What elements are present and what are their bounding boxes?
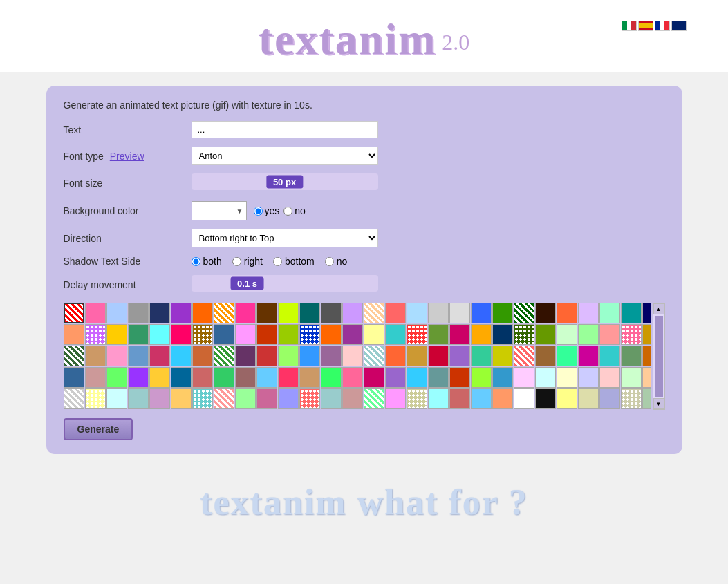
texture-cell[interactable]	[278, 346, 299, 366]
texture-cell[interactable]	[171, 303, 192, 323]
texture-cell[interactable]	[471, 388, 492, 409]
texture-cell[interactable]	[192, 346, 213, 366]
bg-yes-radio[interactable]	[254, 207, 263, 216]
bg-no-label[interactable]: no	[283, 205, 306, 216]
texture-cell[interactable]	[256, 346, 277, 366]
texture-cell[interactable]	[514, 367, 534, 388]
texture-cell[interactable]	[514, 346, 534, 366]
texture-cell[interactable]	[642, 303, 651, 323]
texture-cell[interactable]	[214, 388, 234, 409]
texture-cell[interactable]	[342, 367, 363, 388]
texture-cell[interactable]	[599, 303, 620, 323]
texture-cell[interactable]	[599, 367, 620, 388]
texture-cell[interactable]	[149, 388, 170, 409]
texture-cell[interactable]	[299, 367, 320, 388]
flag-spanish[interactable]	[638, 21, 653, 31]
texture-cell[interactable]	[256, 388, 277, 409]
texture-cell[interactable]	[342, 388, 363, 409]
texture-cell[interactable]	[149, 324, 170, 345]
color-picker-box[interactable]: ▼	[192, 201, 247, 220]
texture-cell[interactable]	[106, 346, 127, 366]
texture-cell[interactable]	[557, 324, 577, 345]
texture-cell[interactable]	[171, 367, 192, 388]
texture-cell[interactable]	[428, 367, 449, 388]
texture-cell[interactable]	[449, 303, 470, 323]
texture-cell[interactable]	[149, 367, 170, 388]
texture-cell[interactable]	[106, 303, 127, 323]
texture-cell[interactable]	[599, 346, 620, 366]
texture-cell[interactable]	[342, 303, 363, 323]
texture-cell[interactable]	[557, 303, 577, 323]
texture-cell[interactable]	[449, 388, 470, 409]
texture-cell[interactable]	[85, 303, 106, 323]
texture-cell[interactable]	[64, 388, 84, 409]
shadow-bottom-label[interactable]: bottom	[273, 256, 315, 267]
texture-cell[interactable]	[64, 324, 84, 345]
texture-cell[interactable]	[192, 388, 213, 409]
texture-cell[interactable]	[535, 367, 556, 388]
texture-cell[interactable]	[342, 346, 363, 366]
texture-cell[interactable]	[299, 303, 320, 323]
texture-cell[interactable]	[535, 388, 556, 409]
texture-cell[interactable]	[471, 367, 492, 388]
texture-cell[interactable]	[364, 346, 384, 366]
bg-yes-label[interactable]: yes	[254, 205, 280, 216]
texture-cell[interactable]	[364, 324, 384, 345]
texture-cell[interactable]	[557, 388, 577, 409]
texture-cell[interactable]	[364, 303, 384, 323]
texture-cell[interactable]	[385, 367, 406, 388]
scroll-down-btn[interactable]: ▼	[653, 398, 664, 409]
texture-scrollbar[interactable]: ▲ ▼	[653, 303, 665, 410]
texture-cell[interactable]	[171, 324, 192, 345]
shadow-no-radio[interactable]	[325, 257, 334, 266]
shadow-bottom-radio[interactable]	[273, 257, 282, 266]
texture-cell[interactable]	[278, 303, 299, 323]
texture-cell[interactable]	[235, 303, 256, 323]
texture-cell[interactable]	[85, 346, 106, 366]
texture-cell[interactable]	[449, 346, 470, 366]
texture-cell[interactable]	[128, 303, 149, 323]
texture-cell[interactable]	[278, 367, 299, 388]
texture-cell[interactable]	[149, 346, 170, 366]
texture-cell[interactable]	[364, 388, 384, 409]
texture-cell[interactable]	[128, 324, 149, 345]
texture-cell[interactable]	[128, 346, 149, 366]
texture-cell[interactable]	[642, 367, 651, 388]
texture-cell[interactable]	[407, 324, 427, 345]
texture-cell[interactable]	[428, 324, 449, 345]
texture-cell[interactable]	[428, 346, 449, 366]
shadow-no-label[interactable]: no	[325, 256, 348, 267]
texture-cell[interactable]	[364, 367, 384, 388]
texture-cell[interactable]	[449, 367, 470, 388]
texture-cell[interactable]	[214, 324, 234, 345]
shadow-right-radio[interactable]	[232, 257, 241, 266]
texture-cell[interactable]	[492, 324, 513, 345]
texture-cell[interactable]	[321, 367, 342, 388]
texture-cell[interactable]	[385, 346, 406, 366]
texture-cell[interactable]	[256, 324, 277, 345]
flag-english[interactable]	[671, 21, 687, 31]
texture-cell[interactable]	[171, 388, 192, 409]
texture-cell[interactable]	[514, 324, 534, 345]
texture-cell[interactable]	[85, 388, 106, 409]
texture-cell[interactable]	[407, 388, 427, 409]
texture-cell[interactable]	[621, 324, 642, 345]
texture-cell[interactable]	[621, 367, 642, 388]
texture-cell[interactable]	[471, 303, 492, 323]
texture-cell[interactable]	[106, 324, 127, 345]
texture-cell[interactable]	[471, 346, 492, 366]
texture-cell[interactable]	[514, 303, 534, 323]
texture-cell[interactable]	[385, 324, 406, 345]
texture-cell[interactable]	[535, 324, 556, 345]
texture-cell[interactable]	[621, 303, 642, 323]
texture-cell[interactable]	[149, 303, 170, 323]
texture-cell[interactable]	[578, 388, 599, 409]
flag-italian[interactable]	[622, 21, 637, 31]
texture-cell[interactable]	[428, 388, 449, 409]
texture-cell[interactable]	[321, 303, 342, 323]
texture-cell[interactable]	[128, 388, 149, 409]
texture-cell[interactable]	[171, 346, 192, 366]
texture-cell[interactable]	[535, 303, 556, 323]
texture-cell[interactable]	[578, 303, 599, 323]
texture-cell[interactable]	[256, 303, 277, 323]
